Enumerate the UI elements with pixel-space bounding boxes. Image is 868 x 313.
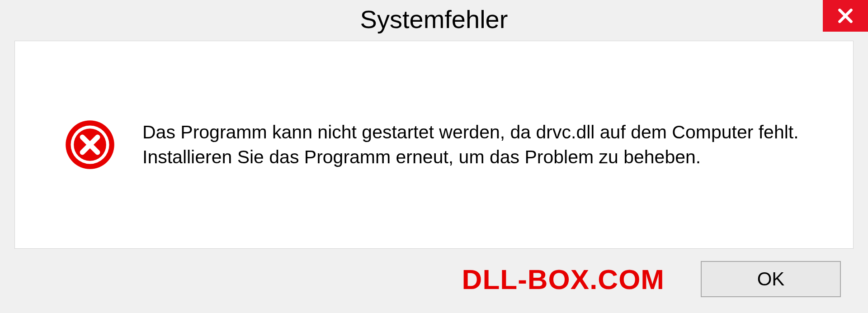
close-icon [837,7,854,24]
titlebar: Systemfehler [0,0,868,41]
footer: DLL-BOX.COM OK [0,254,868,313]
close-button[interactable] [823,0,868,32]
error-message: Das Programm kann nicht gestartet werden… [142,120,826,170]
content-area: Das Programm kann nicht gestartet werden… [14,41,854,249]
error-dialog: Systemfehler Das Programm kann nicht ges… [0,0,868,313]
dialog-title: Systemfehler [360,5,508,34]
ok-button[interactable]: OK [701,261,841,297]
error-icon [65,119,115,170]
watermark-text: DLL-BOX.COM [462,263,665,295]
